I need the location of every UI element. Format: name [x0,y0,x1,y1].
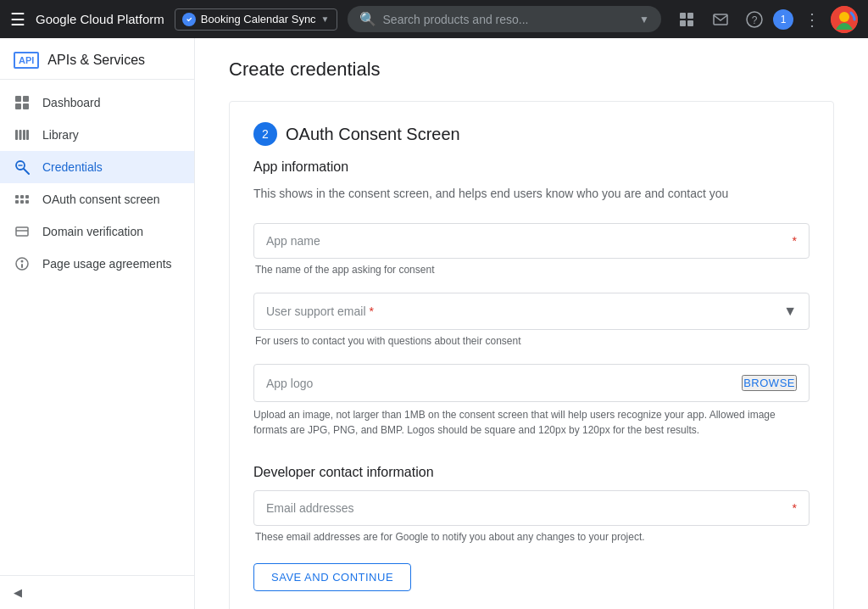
svg-text:?: ? [752,14,758,26]
svg-rect-10 [15,96,21,102]
sidebar-item-library[interactable]: Library [0,119,194,151]
user-avatar[interactable] [831,6,858,33]
oauth-icon [14,192,31,207]
svg-rect-27 [16,227,28,236]
app-name-group: * The name of the app asking for consent [253,223,810,276]
app-logo-text: Google Cloud Platform [36,12,164,26]
project-selector[interactable]: Booking Calendar Sync ▼ [175,8,337,31]
sidebar-header: API APIs & Services [0,38,194,80]
library-icon [14,127,31,142]
sidebar: API APIs & Services Dashboard [0,38,195,609]
svg-rect-17 [26,130,29,140]
browse-button[interactable]: BROWSE [742,375,797,391]
user-support-required: * [370,304,374,318]
sidebar-nav: Dashboard Library [0,80,194,287]
hamburger-menu[interactable]: ☰ [10,9,25,30]
app-info-subtitle: This shows in the consent screen, and he… [253,185,810,203]
app-logo-label: App logo [266,377,313,390]
content-inner: Create credentials 2 OAuth Consent Scree… [195,38,868,609]
user-support-select[interactable]: User support email* ▼ [253,293,810,330]
help-icon-btn[interactable]: ? [739,4,770,35]
app-name-hint: The name of the app asking for consent [253,264,810,276]
email-addresses-field[interactable]: * [253,490,810,526]
sidebar-item-dashboard[interactable]: Dashboard [0,87,194,119]
svg-rect-25 [25,195,29,198]
svg-rect-12 [15,103,21,109]
top-nav: ☰ Google Cloud Platform Booking Calendar… [0,0,868,38]
app-name-input[interactable] [266,234,789,248]
svg-rect-21 [15,195,19,198]
page-usage-icon [14,256,31,271]
email-hint: These email addresses are for Google to … [253,531,810,543]
user-support-hint: For users to contact you with questions … [253,335,810,347]
user-support-arrow-icon: ▼ [783,304,797,319]
notification-badge[interactable]: 1 [773,9,793,30]
sidebar-oauth-label: OAuth consent screen [42,193,160,206]
sidebar-page-usage-label: Page usage agreements [42,257,172,271]
api-badge: API [14,52,39,69]
svg-rect-31 [21,264,23,268]
oauth-section-card: 2 OAuth Consent Screen App information T… [229,101,834,609]
user-support-group: User support email* ▼ For users to conta… [253,293,810,347]
svg-rect-3 [680,20,686,26]
sidebar-dashboard-label: Dashboard [42,96,101,109]
dev-contact-section: Developer contact information * These em… [253,465,810,543]
svg-rect-13 [23,103,29,109]
svg-rect-4 [687,20,693,26]
email-addresses-group: * These email addresses are for Google t… [253,490,810,543]
sidebar-item-domain[interactable]: Domain verification [0,215,194,248]
svg-rect-14 [15,130,18,140]
project-icon [182,13,196,26]
dev-contact-title: Developer contact information [253,465,810,480]
app-name-required: * [793,234,797,248]
dashboard-icon [14,95,31,110]
sidebar-collapse-btn[interactable]: ◀ [0,575,194,609]
svg-rect-26 [25,200,29,204]
domain-icon [14,224,31,239]
svg-rect-22 [15,200,19,204]
svg-rect-23 [20,195,24,198]
project-dropdown-icon: ▼ [321,14,330,24]
grid-icon-btn[interactable] [671,4,702,35]
credentials-icon [14,159,31,175]
sidebar-credentials-label: Credentials [42,160,103,174]
app-info-title: App information [253,159,810,175]
sidebar-item-credentials[interactable]: Credentials [0,151,194,183]
search-input[interactable] [383,13,633,26]
collapse-icon: ◀ [14,586,22,599]
email-addresses-input[interactable] [266,501,789,515]
search-dropdown-icon: ▼ [639,14,649,25]
more-options-icon[interactable]: ⋮ [797,4,827,35]
save-continue-button[interactable]: SAVE AND CONTINUE [253,563,411,591]
svg-rect-24 [20,200,24,204]
app-name-field[interactable]: * [253,223,810,259]
button-row: SAVE AND CONTINUE [253,563,810,591]
content-area: Create credentials 2 OAuth Consent Scree… [195,38,868,609]
svg-rect-5 [714,14,727,25]
sidebar-domain-label: Domain verification [42,225,143,238]
search-bar: 🔍 ▼ [348,6,661,32]
sidebar-item-oauth[interactable]: OAuth consent screen [0,183,194,215]
svg-rect-15 [19,130,22,140]
project-name: Booking Calendar Sync [201,13,316,25]
app-logo-group: App logo BROWSE Upload an image, not lar… [253,364,810,438]
logo-hint: Upload an image, not larger than 1MB on … [253,407,810,438]
user-support-label: User support email* [266,304,374,318]
svg-line-19 [24,169,29,174]
svg-rect-11 [23,96,29,102]
svg-point-30 [21,260,24,263]
nav-icons: ? 1 ⋮ [671,4,858,35]
sidebar-title: APIs & Services [47,53,145,68]
svg-rect-16 [23,130,25,140]
mail-icon-btn[interactable] [705,4,736,35]
svg-point-9 [839,12,849,22]
sidebar-item-page-usage[interactable]: Page usage agreements [0,248,194,280]
search-icon: 🔍 [359,11,376,27]
section-title: OAuth Consent Screen [286,125,460,144]
page-title: Create credentials [229,59,834,81]
email-required: * [793,501,797,515]
sidebar-library-label: Library [42,128,79,142]
svg-point-0 [185,15,193,24]
section-number: 2 [253,122,277,146]
section-header: 2 OAuth Consent Screen [253,122,810,146]
